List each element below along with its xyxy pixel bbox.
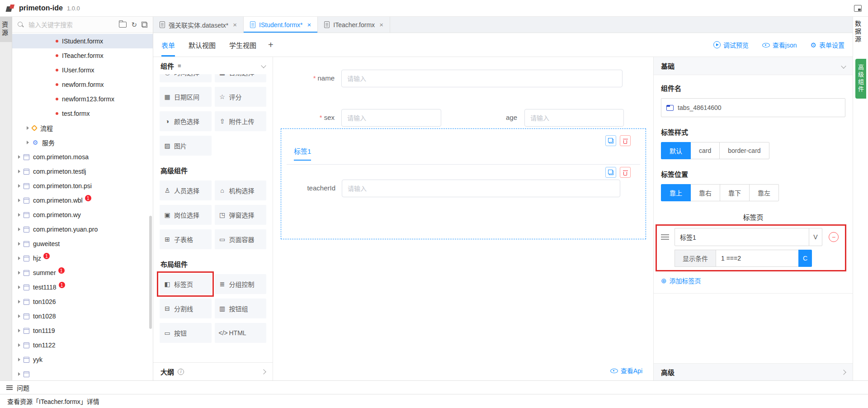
chevron-down-icon[interactable] bbox=[841, 63, 846, 68]
expand-icon[interactable] bbox=[18, 213, 20, 217]
close-icon[interactable]: × bbox=[307, 21, 311, 28]
datasource-rail-tab[interactable]: 数据源 bbox=[853, 20, 868, 43]
view-tab[interactable]: 表单 bbox=[161, 33, 175, 57]
collapse-panels-icon[interactable] bbox=[142, 22, 147, 28]
palette-item[interactable]: ▣岗位选择 bbox=[160, 205, 212, 225]
expand-icon[interactable] bbox=[18, 372, 20, 376]
tree-item[interactable]: IStudent.formx bbox=[12, 34, 153, 48]
age-input[interactable] bbox=[524, 109, 624, 127]
expand-icon[interactable] bbox=[18, 358, 20, 361]
palette-item[interactable]: ▭页面容器 bbox=[215, 229, 267, 249]
expand-icon[interactable] bbox=[18, 314, 20, 318]
tree-item[interactable]: com.primeton.wbl1 bbox=[12, 193, 153, 208]
palette-item[interactable]: ⊞子表格 bbox=[160, 229, 212, 249]
document-tab[interactable]: ITeacher.formx× bbox=[318, 17, 390, 33]
chevron-down-icon[interactable] bbox=[261, 63, 266, 68]
expand-icon[interactable] bbox=[18, 242, 20, 246]
palette-item[interactable]: ☆评分 bbox=[215, 87, 267, 107]
palette-item[interactable]: ⊟分割线 bbox=[160, 299, 212, 318]
palette-item[interactable]: ◑颜色选择 bbox=[160, 111, 212, 131]
advanced-section-header[interactable]: 高级 bbox=[654, 363, 853, 380]
canvas-tab-label[interactable]: 标签1 bbox=[294, 146, 311, 161]
palette-item[interactable]: ▦日期选择 bbox=[215, 74, 267, 82]
tree-item[interactable]: hjz1 bbox=[12, 251, 153, 266]
action-play[interactable]: 调试预览 bbox=[713, 40, 749, 49]
tab-position-option[interactable]: 靠下 bbox=[720, 184, 750, 201]
tree-item[interactable]: ton1122 bbox=[12, 338, 153, 352]
palette-item[interactable]: ◧标签页 bbox=[160, 274, 212, 294]
tab-name-input[interactable]: 标签1 bbox=[675, 228, 809, 246]
tree-item[interactable]: ton1119 bbox=[12, 323, 153, 338]
tab-style-option[interactable]: border-card bbox=[719, 142, 769, 159]
layout-toggle-icon[interactable] bbox=[854, 5, 862, 12]
delete-button[interactable] bbox=[620, 167, 631, 178]
document-tab[interactable]: 强关联实体.datasetx*× bbox=[153, 17, 244, 33]
tree-item[interactable]: yyk bbox=[12, 352, 153, 367]
tree-item[interactable]: newform123.formx bbox=[12, 92, 153, 106]
expand-icon[interactable] bbox=[18, 155, 20, 159]
tab-style-option[interactable]: card bbox=[690, 142, 720, 159]
condition-code-button[interactable]: C bbox=[798, 250, 812, 267]
basic-section-header[interactable]: 基础 bbox=[654, 57, 853, 75]
outline-footer[interactable]: 大纲 bbox=[153, 362, 273, 380]
tree-item[interactable]: ⚙服务 bbox=[12, 135, 153, 150]
component-name-input[interactable]: tabs_48614600 bbox=[661, 98, 845, 117]
expand-icon[interactable] bbox=[18, 256, 20, 260]
copy-button[interactable] bbox=[605, 167, 616, 178]
chevron-right-icon[interactable] bbox=[261, 369, 266, 374]
expand-icon[interactable] bbox=[27, 126, 29, 130]
problems-bar[interactable]: 问题 bbox=[0, 380, 868, 394]
refresh-icon[interactable]: ↻ bbox=[131, 21, 137, 28]
tab-position-option[interactable]: 靠上 bbox=[661, 184, 691, 201]
tab-position-option[interactable]: 靠右 bbox=[690, 184, 720, 201]
resources-rail-tab[interactable]: 资源 bbox=[0, 17, 12, 42]
tree-item[interactable]: ITeacher.formx bbox=[12, 48, 153, 63]
close-icon[interactable]: × bbox=[233, 21, 237, 28]
tree-item[interactable]: ton1026 bbox=[12, 294, 153, 309]
palette-item[interactable]: ♙人员选择 bbox=[160, 180, 212, 200]
sex-input[interactable] bbox=[341, 109, 441, 127]
tree-item[interactable] bbox=[12, 367, 153, 380]
palette-header[interactable]: 组件 ≡ bbox=[153, 57, 273, 74]
tree-item[interactable]: summer1 bbox=[12, 266, 153, 280]
tree-item[interactable]: com.primeton.mosa bbox=[12, 150, 153, 164]
palette-item[interactable]: ◷时间选择 bbox=[160, 74, 212, 82]
expand-icon[interactable] bbox=[18, 329, 20, 332]
add-tab-page-link[interactable]: ⊕ 添加标签页 bbox=[661, 276, 845, 285]
document-tab[interactable]: IStudent.formx*× bbox=[244, 17, 318, 33]
condition-input[interactable]: 1 ===2 bbox=[716, 250, 799, 267]
expand-icon[interactable] bbox=[18, 285, 20, 289]
expand-icon[interactable] bbox=[18, 199, 20, 202]
tree-item[interactable]: com.primeton.wy bbox=[12, 208, 153, 222]
tree-item[interactable]: guweitest bbox=[12, 237, 153, 251]
expand-icon[interactable] bbox=[18, 300, 20, 304]
teacherid-input[interactable] bbox=[342, 180, 620, 197]
expand-icon[interactable] bbox=[18, 184, 20, 188]
palette-item[interactable]: ▭按钮 bbox=[160, 323, 212, 343]
palette-item[interactable]: ▨图片 bbox=[160, 136, 212, 156]
view-tab[interactable]: 学生视图 bbox=[229, 33, 256, 57]
palette-item[interactable]: ≣分组控制 bbox=[215, 274, 267, 294]
remove-tab-button[interactable] bbox=[829, 232, 839, 242]
palette-item[interactable]: ⇧附件上传 bbox=[215, 111, 267, 131]
tree-item[interactable]: test.formx bbox=[12, 106, 153, 121]
expand-icon[interactable] bbox=[18, 228, 20, 231]
tree-item[interactable]: com.primeton.ton.psi bbox=[12, 179, 153, 193]
tab-position-option[interactable]: 靠左 bbox=[749, 184, 779, 201]
delete-button[interactable] bbox=[620, 135, 631, 146]
palette-item[interactable]: ▦日期区间 bbox=[160, 87, 212, 107]
copy-button[interactable] bbox=[605, 135, 616, 146]
tree-item[interactable]: test11181 bbox=[12, 280, 153, 294]
action-gear[interactable]: ⚙表单设置 bbox=[811, 40, 844, 49]
tree-item[interactable]: com.primeton.testlj bbox=[12, 164, 153, 179]
tree-item[interactable]: IUser.formx bbox=[12, 63, 153, 77]
view-api-link[interactable]: 查看Api bbox=[610, 366, 642, 375]
tree-item[interactable]: com.primeton.yuan.pro bbox=[12, 222, 153, 237]
chevron-right-icon[interactable] bbox=[841, 370, 846, 375]
name-input[interactable] bbox=[341, 70, 623, 87]
new-folder-icon[interactable] bbox=[119, 22, 127, 28]
green-rail-badge[interactable]: 高级组件 bbox=[855, 59, 866, 99]
expand-icon[interactable] bbox=[18, 271, 20, 275]
tree-item[interactable]: ton1028 bbox=[12, 309, 153, 323]
palette-item[interactable]: </>HTML bbox=[215, 323, 267, 343]
